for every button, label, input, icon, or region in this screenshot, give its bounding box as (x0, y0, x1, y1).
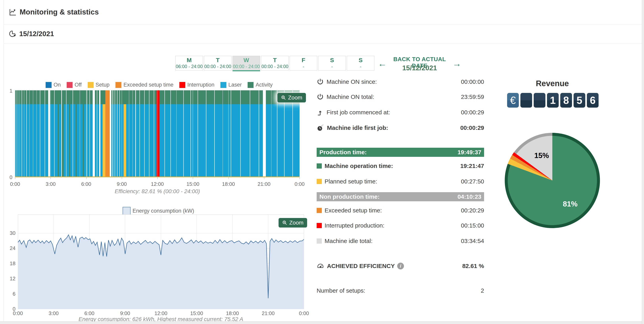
legend-label: Exceeded setup time (124, 82, 174, 88)
pie-slices (508, 136, 597, 225)
energy-x-tick-label: 12:00 (153, 310, 169, 316)
stat-value: 00:20:29 (461, 207, 484, 214)
week-day-cell-1[interactable]: T00:00 - 24:00 (204, 56, 232, 71)
prev-day-arrow-icon[interactable]: ← (378, 59, 387, 68)
legend-label: Setup (96, 82, 110, 88)
color-swatch (317, 238, 322, 244)
status-x-tick-label: 6:00 (78, 181, 94, 187)
legend-label: Interruption (187, 82, 214, 88)
machine-operation-row: Machine operation time: 19:21:47 (317, 160, 484, 172)
revenue-digit-tile-1 (520, 93, 532, 108)
vertical-scrollbar[interactable] (642, 0, 644, 324)
revenue-digit-tile-5: 5 (574, 93, 585, 108)
efficiency-label: ACHIEVED EFFICIENCY (327, 263, 395, 269)
stat-label: Exceeded setup time: (324, 207, 382, 214)
week-day-cell-2[interactable]: W00:00 - 24:00 (232, 56, 260, 71)
monitoring-chart-icon (9, 8, 17, 16)
energy-chart-legend: Energy consumption (kW) (122, 207, 194, 215)
stat-value: 23:59:59 (461, 94, 484, 100)
energy-x-tick-label: 18:00 (224, 310, 240, 316)
legend-swatch (88, 82, 94, 88)
time-distribution-pie-chart: 15% 81% (505, 133, 600, 228)
non-production-time-header: Non production time:04:10:23 (317, 192, 484, 201)
energy-x-tick-label: 21:00 (260, 310, 276, 316)
day-letter: T (216, 57, 220, 63)
energy-y-tick-label: 30 (4, 230, 16, 236)
date-navigation: ← BACK TO ACTUAL DATE 15/12/2021 → (378, 55, 461, 73)
week-day-cell-4[interactable]: F- (290, 56, 317, 71)
day-hours: - (303, 64, 304, 69)
revenue-digit-tile-3: 1 (547, 93, 559, 108)
week-day-cell-3[interactable]: T00:00 - 24:00 (261, 56, 289, 71)
setups-value: 2 (481, 287, 484, 294)
day-hours: 00:00 - 24:00 (204, 64, 231, 69)
stat-value: 00:00:00 (461, 78, 484, 85)
stat-row-3: zz Machine idle first job: 00:00:29 (317, 122, 484, 134)
energy-chart-zoom-button[interactable]: Zoom (278, 218, 307, 227)
week-day-cell-6[interactable]: S- (347, 56, 374, 71)
gauge-icon (317, 262, 324, 270)
page-title: Monitoring & statistics (20, 8, 99, 16)
machine-status-timeline-chart[interactable] (15, 90, 300, 177)
stat-row-1: Machine ON total: 23:59:59 (317, 91, 484, 103)
selected-date: 15/12/2021 (388, 64, 451, 72)
revenue-digit-tile-6: 6 (587, 93, 598, 108)
energy-x-tick-label: 0:00 (296, 310, 312, 316)
status-y-min-label: 0 (10, 174, 12, 180)
day-letter: T (273, 57, 276, 63)
efficiency-value: 82.61 % (462, 263, 484, 269)
status-x-tick-label: 9:00 (114, 181, 130, 187)
legend-swatch (46, 82, 52, 88)
legend-label: Activity (256, 82, 272, 88)
week-selector: M06:00 - 24:00T00:00 - 24:00W00:00 - 24:… (176, 56, 374, 71)
revenue-counter: €1856 (507, 93, 598, 108)
planned-setup-row: Planned setup time: 00:27:50 (317, 175, 484, 187)
info-icon[interactable]: i (397, 263, 404, 269)
svg-text:z: z (322, 124, 324, 126)
stat-label: Machine ON since: (326, 78, 377, 85)
legend-label: Off (74, 82, 82, 88)
next-day-arrow-icon[interactable]: → (452, 59, 461, 68)
day-letter: F (302, 57, 305, 63)
day-letter: W (244, 57, 249, 63)
day-hours: - (360, 64, 362, 69)
datebar-divider (4, 43, 642, 44)
setups-label: Number of setups: (317, 287, 365, 294)
day-letter: S (330, 57, 334, 63)
status-x-tick-label: 15:00 (185, 181, 201, 187)
legend-swatch (179, 82, 185, 88)
app-header: Monitoring & statistics (4, 0, 642, 24)
legend-item: On (46, 82, 61, 88)
exceeded-setup-row: Exceeded setup time: 00:20:29 (317, 204, 484, 216)
stat-label: Machine ON total: (326, 94, 374, 100)
color-swatch (317, 163, 322, 169)
revenue-digit-tile-2 (534, 93, 546, 108)
status-x-tick-label: 12:00 (150, 181, 165, 187)
stat-label: Interrupted production: (324, 222, 384, 229)
pie-idle-label: 15% (534, 151, 549, 160)
number-of-setups-row: Number of setups: 2 (317, 285, 484, 296)
energy-y-tick-label: 12 (4, 275, 16, 282)
stat-label: Machine operation time: (324, 163, 393, 169)
status-chart-zoom-button[interactable]: Zoom (277, 93, 306, 102)
energy-consumption-chart[interactable] (18, 214, 304, 309)
first-job-icon (317, 109, 324, 116)
magnifier-plus-icon (281, 95, 286, 100)
horizontal-scrollbar[interactable] (0, 321, 644, 324)
energy-legend-label: Energy consumption (kW) (132, 208, 194, 214)
energy-x-tick-label: 6:00 (82, 310, 98, 316)
status-x-tick-label: 0:00 (7, 181, 23, 187)
legend-item: Interruption (179, 82, 214, 88)
color-swatch (317, 223, 322, 228)
idle-clock-icon: zz (317, 124, 324, 132)
achieved-efficiency-row: ACHIEVED EFFICIENCY i 82.61 % (317, 260, 484, 272)
energy-x-tick-label: 3:00 (46, 310, 62, 316)
interrupted-production-row: Interrupted production: 00:15:00 (317, 220, 484, 231)
legend-item: Off (67, 82, 82, 88)
stat-value: 00:27:50 (461, 178, 484, 185)
stat-value: 00:00:29 (461, 109, 484, 116)
legend-item: Laser (220, 82, 242, 88)
week-day-cell-0[interactable]: M06:00 - 24:00 (176, 56, 203, 71)
legend-item: Activity (248, 82, 272, 88)
week-day-cell-5[interactable]: S- (318, 56, 346, 71)
